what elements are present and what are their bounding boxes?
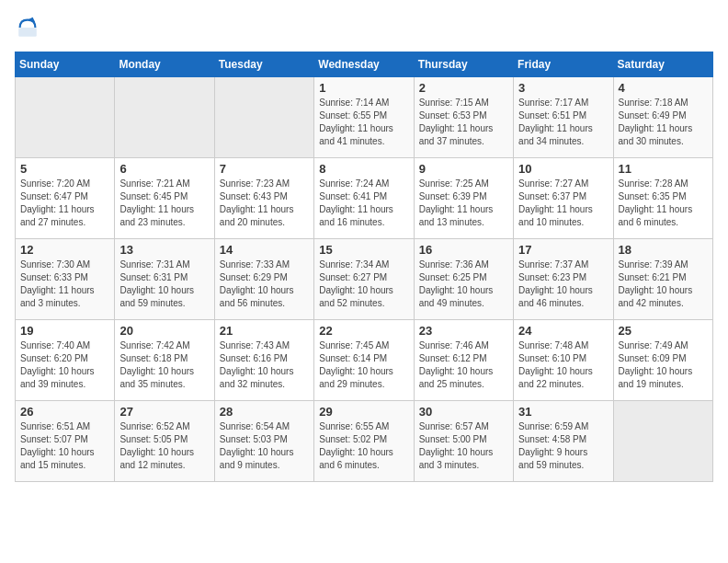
calendar-cell: 7Sunrise: 7:23 AM Sunset: 6:43 PM Daylig… — [214, 158, 313, 239]
day-info: Sunrise: 7:43 AM Sunset: 6:16 PM Dayligh… — [220, 339, 309, 391]
day-info: Sunrise: 7:31 AM Sunset: 6:31 PM Dayligh… — [119, 259, 209, 310]
day-number: 11 — [619, 162, 708, 176]
day-info: Sunrise: 7:45 AM Sunset: 6:14 PM Dayligh… — [319, 339, 408, 391]
day-number: 15 — [319, 243, 408, 257]
calendar-cell: 23Sunrise: 7:46 AM Sunset: 6:12 PM Dayli… — [414, 320, 513, 401]
logo-icon — [15, 15, 40, 40]
day-number: 9 — [419, 162, 508, 176]
svg-rect-0 — [18, 28, 37, 37]
calendar-header: SundayMondayTuesdayWednesdayThursdayFrid… — [16, 52, 713, 77]
day-info: Sunrise: 7:21 AM Sunset: 6:45 PM Dayligh… — [119, 178, 209, 229]
calendar-cell: 20Sunrise: 7:42 AM Sunset: 6:18 PM Dayli… — [115, 320, 214, 401]
calendar-cell: 17Sunrise: 7:37 AM Sunset: 6:23 PM Dayli… — [514, 239, 613, 320]
calendar-cell: 4Sunrise: 7:18 AM Sunset: 6:49 PM Daylig… — [613, 77, 712, 158]
day-number: 1 — [319, 81, 408, 95]
calendar-cell: 31Sunrise: 6:59 AM Sunset: 4:58 PM Dayli… — [514, 401, 613, 482]
day-number: 14 — [220, 243, 309, 257]
calendar-table: SundayMondayTuesdayWednesdayThursdayFrid… — [15, 52, 713, 482]
weekday-header: Wednesday — [314, 52, 414, 77]
weekday-header: Friday — [514, 52, 613, 77]
calendar-cell — [115, 77, 214, 158]
day-number: 23 — [419, 324, 508, 338]
calendar-cell: 15Sunrise: 7:34 AM Sunset: 6:27 PM Dayli… — [314, 239, 414, 320]
day-info: Sunrise: 7:30 AM Sunset: 6:33 PM Dayligh… — [20, 259, 109, 310]
calendar-cell: 18Sunrise: 7:39 AM Sunset: 6:21 PM Dayli… — [613, 239, 712, 320]
day-info: Sunrise: 7:48 AM Sunset: 6:10 PM Dayligh… — [518, 339, 608, 391]
day-number: 31 — [518, 405, 608, 419]
day-number: 24 — [518, 324, 608, 338]
day-info: Sunrise: 7:39 AM Sunset: 6:21 PM Dayligh… — [619, 259, 708, 310]
day-number: 20 — [119, 324, 209, 338]
calendar-cell: 26Sunrise: 6:51 AM Sunset: 5:07 PM Dayli… — [16, 401, 115, 482]
day-number: 5 — [20, 162, 109, 176]
day-number: 19 — [20, 324, 109, 338]
day-info: Sunrise: 7:36 AM Sunset: 6:25 PM Dayligh… — [419, 259, 508, 310]
day-info: Sunrise: 7:27 AM Sunset: 6:37 PM Dayligh… — [518, 178, 608, 229]
day-info: Sunrise: 6:59 AM Sunset: 4:58 PM Dayligh… — [518, 420, 608, 472]
calendar-week-row: 26Sunrise: 6:51 AM Sunset: 5:07 PM Dayli… — [16, 401, 713, 482]
calendar-body: 1Sunrise: 7:14 AM Sunset: 6:55 PM Daylig… — [16, 77, 713, 482]
calendar-cell: 22Sunrise: 7:45 AM Sunset: 6:14 PM Dayli… — [314, 320, 414, 401]
weekday-header: Thursday — [414, 52, 513, 77]
calendar-cell: 3Sunrise: 7:17 AM Sunset: 6:51 PM Daylig… — [514, 77, 613, 158]
day-number: 16 — [419, 243, 508, 257]
day-number: 10 — [518, 162, 608, 176]
day-info: Sunrise: 7:40 AM Sunset: 6:20 PM Dayligh… — [20, 339, 109, 391]
day-info: Sunrise: 7:15 AM Sunset: 6:53 PM Dayligh… — [419, 97, 508, 148]
calendar-cell: 21Sunrise: 7:43 AM Sunset: 6:16 PM Dayli… — [214, 320, 313, 401]
day-number: 4 — [619, 81, 708, 95]
day-number: 13 — [119, 243, 209, 257]
weekday-header: Monday — [115, 52, 214, 77]
day-number: 3 — [518, 81, 608, 95]
day-info: Sunrise: 6:55 AM Sunset: 5:02 PM Dayligh… — [319, 420, 408, 472]
day-number: 25 — [619, 324, 708, 338]
day-info: Sunrise: 7:49 AM Sunset: 6:09 PM Dayligh… — [619, 339, 708, 391]
day-info: Sunrise: 7:34 AM Sunset: 6:27 PM Dayligh… — [319, 259, 408, 310]
logo — [15, 15, 44, 40]
calendar-cell: 6Sunrise: 7:21 AM Sunset: 6:45 PM Daylig… — [115, 158, 214, 239]
day-number: 12 — [20, 243, 109, 257]
day-info: Sunrise: 6:52 AM Sunset: 5:05 PM Dayligh… — [119, 420, 209, 472]
calendar-cell: 29Sunrise: 6:55 AM Sunset: 5:02 PM Dayli… — [314, 401, 414, 482]
calendar-week-row: 1Sunrise: 7:14 AM Sunset: 6:55 PM Daylig… — [16, 77, 713, 158]
day-number: 27 — [119, 405, 209, 419]
calendar-cell: 10Sunrise: 7:27 AM Sunset: 6:37 PM Dayli… — [514, 158, 613, 239]
day-number: 28 — [220, 405, 309, 419]
day-number: 8 — [319, 162, 408, 176]
calendar-cell: 30Sunrise: 6:57 AM Sunset: 5:00 PM Dayli… — [414, 401, 513, 482]
day-number: 30 — [419, 405, 508, 419]
calendar-cell: 11Sunrise: 7:28 AM Sunset: 6:35 PM Dayli… — [613, 158, 712, 239]
calendar-cell: 8Sunrise: 7:24 AM Sunset: 6:41 PM Daylig… — [314, 158, 414, 239]
day-info: Sunrise: 6:51 AM Sunset: 5:07 PM Dayligh… — [20, 420, 109, 472]
day-info: Sunrise: 7:20 AM Sunset: 6:47 PM Dayligh… — [20, 178, 109, 229]
calendar-cell: 2Sunrise: 7:15 AM Sunset: 6:53 PM Daylig… — [414, 77, 513, 158]
calendar-cell: 24Sunrise: 7:48 AM Sunset: 6:10 PM Dayli… — [514, 320, 613, 401]
day-number: 29 — [319, 405, 408, 419]
day-info: Sunrise: 7:14 AM Sunset: 6:55 PM Dayligh… — [319, 97, 408, 148]
day-info: Sunrise: 7:42 AM Sunset: 6:18 PM Dayligh… — [119, 339, 209, 391]
day-number: 21 — [220, 324, 309, 338]
calendar-cell: 25Sunrise: 7:49 AM Sunset: 6:09 PM Dayli… — [613, 320, 712, 401]
weekday-header: Tuesday — [214, 52, 313, 77]
day-info: Sunrise: 7:18 AM Sunset: 6:49 PM Dayligh… — [619, 97, 708, 148]
day-number: 26 — [20, 405, 109, 419]
calendar-cell: 19Sunrise: 7:40 AM Sunset: 6:20 PM Dayli… — [16, 320, 115, 401]
day-info: Sunrise: 7:25 AM Sunset: 6:39 PM Dayligh… — [419, 178, 508, 229]
day-number: 18 — [619, 243, 708, 257]
calendar-cell: 12Sunrise: 7:30 AM Sunset: 6:33 PM Dayli… — [16, 239, 115, 320]
calendar-cell: 14Sunrise: 7:33 AM Sunset: 6:29 PM Dayli… — [214, 239, 313, 320]
day-info: Sunrise: 7:23 AM Sunset: 6:43 PM Dayligh… — [220, 178, 309, 229]
day-number: 6 — [119, 162, 209, 176]
day-info: Sunrise: 6:57 AM Sunset: 5:00 PM Dayligh… — [419, 420, 508, 472]
header-row: SundayMondayTuesdayWednesdayThursdayFrid… — [16, 52, 713, 77]
calendar-cell: 9Sunrise: 7:25 AM Sunset: 6:39 PM Daylig… — [414, 158, 513, 239]
calendar-cell — [613, 401, 712, 482]
day-number: 22 — [319, 324, 408, 338]
calendar-cell — [214, 77, 313, 158]
day-info: Sunrise: 7:24 AM Sunset: 6:41 PM Dayligh… — [319, 178, 408, 229]
calendar-week-row: 12Sunrise: 7:30 AM Sunset: 6:33 PM Dayli… — [16, 239, 713, 320]
calendar-week-row: 19Sunrise: 7:40 AM Sunset: 6:20 PM Dayli… — [16, 320, 713, 401]
calendar-cell: 13Sunrise: 7:31 AM Sunset: 6:31 PM Dayli… — [115, 239, 214, 320]
day-info: Sunrise: 6:54 AM Sunset: 5:03 PM Dayligh… — [220, 420, 309, 472]
calendar-cell: 28Sunrise: 6:54 AM Sunset: 5:03 PM Dayli… — [214, 401, 313, 482]
